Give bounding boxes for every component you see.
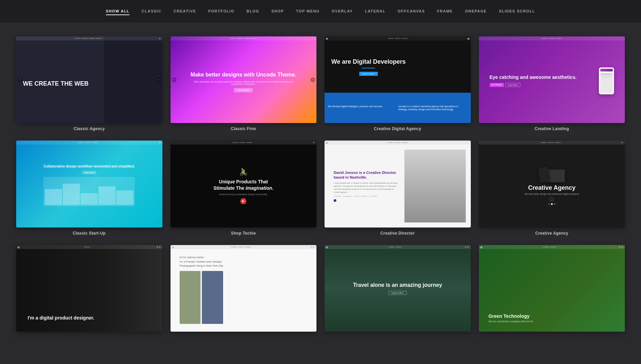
- card-10-text: Hi I'm Johnny CarterI'm a Portrait, Fash…: [180, 255, 223, 268]
- theme-grid: ‹ › WE CREATE THE WEB Classic Agency Mak…: [0, 23, 641, 342]
- card-8-label: Creative Agency: [535, 231, 568, 236]
- nav-portfolio[interactable]: PORTFOLIO: [208, 8, 235, 15]
- card-7-links: Linkedin · Instagram · Twitter · Behance…: [334, 195, 400, 197]
- card-3-btn[interactable]: Explore More: [359, 72, 378, 76]
- card-12-text: Green Technology: [489, 313, 533, 319]
- card-11-text: Travel alone is an amazing journey: [353, 282, 442, 288]
- nav-shop[interactable]: SHOP: [271, 8, 284, 15]
- nav-list: SHOW ALL CLASSIC CREATIVE PORTFOLIO BLOG…: [106, 8, 535, 15]
- nav-onepage[interactable]: ONEPAGE: [465, 8, 487, 15]
- nav-top-menu[interactable]: TOP MENU: [296, 8, 320, 15]
- card-7-dot: [334, 199, 336, 202]
- card-6-text: Unique Products ThatStimulate The Imagin…: [213, 179, 273, 191]
- card-creative-director[interactable]: David Jonson is a Creative Director base…: [325, 141, 471, 235]
- card-11-btn[interactable]: Explore More: [389, 291, 407, 295]
- card-photographer[interactable]: Hi I'm Johnny CarterI'm a Portrait, Fash…: [171, 245, 317, 335]
- card-5-label: Classic Start-Up: [73, 231, 106, 236]
- card-3-sub-left: We develop digital strategies, products …: [328, 105, 397, 112]
- card-3-text: We are Digital Developers: [331, 58, 406, 66]
- card-8-dot2: [551, 203, 553, 205]
- card-classic-agency[interactable]: ‹ › WE CREATE THE WEB Classic Agency: [16, 36, 162, 131]
- nav-frame[interactable]: FRAME: [437, 8, 453, 15]
- card-6-label: Shop Techie: [231, 231, 256, 236]
- card-travel[interactable]: Travel alone is an amazing journey Explo…: [325, 245, 471, 335]
- nav-show-all[interactable]: SHOW ALL: [106, 8, 129, 15]
- card-8-dot1: [548, 203, 550, 205]
- card-6-play[interactable]: ▶: [240, 198, 246, 204]
- card-creative-agency[interactable]: Creative Agency We love clean design and…: [479, 141, 625, 235]
- card-7-text: David Jonson is a Creative Director base…: [334, 170, 400, 180]
- card-8-dot3: [554, 203, 555, 205]
- card-5-text: Collaborative design workflow reinvented…: [43, 164, 135, 169]
- card-1-text: WE CREATE THE WEB: [23, 72, 89, 87]
- card-2-btn[interactable]: Get Started: [234, 88, 253, 92]
- nav-overlay[interactable]: OVERLAY: [332, 8, 353, 15]
- card-creative-landing[interactable]: Eye catching and awesome aesthetics. Get…: [479, 36, 625, 131]
- card-classic-firm[interactable]: Make better designs with Uncode Theme. W…: [171, 36, 317, 131]
- next-arrow-1[interactable]: ›: [156, 78, 161, 82]
- card-10-photo1: [180, 271, 201, 324]
- next-arrow-2[interactable]: ›: [310, 78, 315, 82]
- card-4-btn1[interactable]: Get Started: [490, 83, 504, 87]
- card-2-sub: With dedication we develop awesome softw…: [193, 81, 293, 85]
- card-9-text: I'm a digital product designer.: [28, 315, 94, 321]
- card-10-photo2: [202, 271, 223, 324]
- card-shop-techie[interactable]: 🚴 Unique Products ThatStimulate The Imag…: [171, 141, 317, 235]
- nav-classic[interactable]: CLASSIC: [142, 8, 161, 15]
- nav-slides-scroll[interactable]: SLIDES SCROLL: [499, 8, 535, 15]
- card-12-sub: We are a production company with love fo…: [489, 320, 533, 323]
- prev-arrow-1[interactable]: ‹: [18, 78, 22, 82]
- nav-offcanvas[interactable]: OFFCANVAS: [398, 8, 425, 15]
- card-7-person: [404, 150, 466, 222]
- card-7-label: Creative Director: [380, 231, 415, 236]
- nav-creative[interactable]: CREATIVE: [174, 8, 196, 15]
- card-6-sub: Award-winning sustainable design built q…: [219, 193, 268, 195]
- top-navigation: SHOW ALL CLASSIC CREATIVE PORTFOLIO BLOG…: [0, 0, 641, 23]
- nav-lateral[interactable]: LATERAL: [365, 8, 386, 15]
- card-8-sub: We love clean design and advanced digita…: [524, 193, 579, 195]
- card-4-phone-mock: [599, 67, 614, 94]
- card-classic-startup[interactable]: Collaborative design workflow reinvented…: [16, 141, 162, 235]
- card-7-sub: I have worked with a number of clients, …: [334, 182, 400, 194]
- card-5-btn[interactable]: See more: [82, 171, 96, 174]
- card-8-device-phone: [538, 166, 550, 183]
- card-8-arrow[interactable]: ↓: [550, 197, 554, 201]
- card-4-text: Eye catching and awesome aesthetics.: [490, 74, 596, 80]
- card-digital-designer[interactable]: I'm a digital product designer.: [16, 245, 162, 335]
- card-4-label: Creative Landing: [535, 126, 569, 131]
- card-8-text: Creative Agency: [528, 184, 575, 192]
- nav-blog[interactable]: BLOG: [247, 8, 260, 15]
- card-green-technology[interactable]: Green Technology We are a production com…: [479, 245, 625, 335]
- card-4-btn2[interactable]: Learn More: [505, 83, 520, 87]
- card-1-label: Classic Agency: [74, 126, 105, 131]
- card-2-label: Classic Firm: [231, 126, 256, 131]
- card-2-text: Make better designs with Uncode Theme.: [190, 71, 296, 79]
- card-3-label: Creative Digital Agency: [374, 126, 422, 131]
- card-3-sub-right: Uncode is a creative marketing agency th…: [398, 105, 467, 112]
- card-creative-digital-agency[interactable]: We are Digital Developers Explore More W…: [325, 36, 471, 131]
- prev-arrow-2[interactable]: ‹: [172, 78, 177, 82]
